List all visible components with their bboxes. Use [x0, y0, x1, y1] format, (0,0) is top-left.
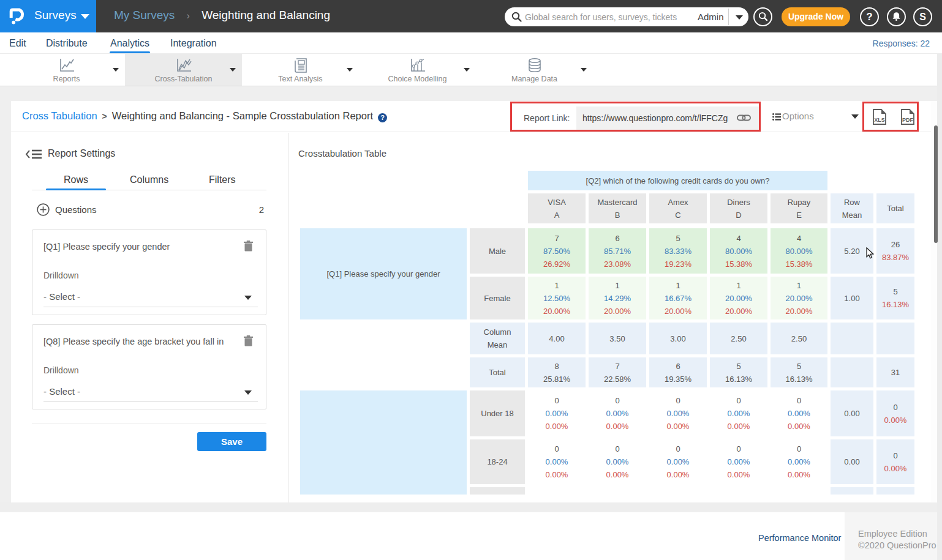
- svg-text:PDF: PDF: [902, 117, 914, 123]
- svg-text:XLS: XLS: [874, 117, 885, 123]
